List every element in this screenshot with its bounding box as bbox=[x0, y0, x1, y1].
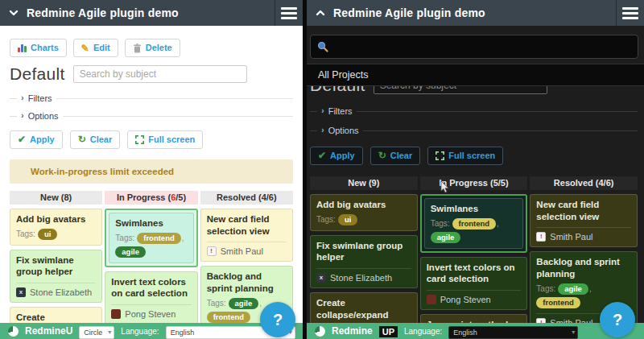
assignee-name: Smith Paul bbox=[550, 232, 592, 242]
apply-button-label: Apply bbox=[30, 134, 55, 145]
filters-toggle[interactable]: › Filters bbox=[310, 106, 638, 116]
issue-card[interactable]: Invert text colors on card selection Pon… bbox=[105, 271, 197, 325]
assignee-name: Smith Paul bbox=[221, 246, 263, 256]
light-content: Charts ✎ Edit Delete Default › Filters bbox=[0, 26, 303, 339]
edit-button-label: Edit bbox=[93, 43, 110, 53]
tag-badge[interactable]: frontend bbox=[452, 218, 497, 229]
apply-button[interactable]: ✔ Apply bbox=[310, 147, 363, 165]
column-header-resolved: Resolved (4/6) bbox=[200, 191, 293, 205]
issue-card[interactable]: New card field selection view ! Smith Pa… bbox=[530, 194, 638, 247]
help-button[interactable]: ? bbox=[600, 302, 635, 337]
search-by-subject-input[interactable] bbox=[73, 65, 247, 83]
search-icon bbox=[317, 41, 328, 52]
tag-badge[interactable]: frontend bbox=[207, 312, 251, 323]
issue-card[interactable]: Add big avatars Tags: ui bbox=[10, 209, 102, 246]
avatar bbox=[111, 309, 121, 319]
avatar: x bbox=[16, 287, 26, 297]
bar-chart-icon bbox=[18, 44, 27, 52]
issue-card[interactable]: New card field selection view ! Smith Pa… bbox=[200, 209, 293, 262]
tags-label: Tags: bbox=[316, 215, 336, 224]
column-header-new: New (9) bbox=[310, 176, 418, 190]
language-label: Language: bbox=[121, 326, 159, 337]
avatar: x bbox=[316, 273, 326, 283]
tag-badge[interactable]: agile bbox=[431, 232, 461, 243]
tag-badge[interactable]: frontend bbox=[536, 297, 580, 308]
footer-brand-badge: UP bbox=[379, 326, 398, 337]
apply-button[interactable]: ✔ Apply bbox=[10, 130, 63, 149]
column-in-progress: In Progress (6/5) Swimlanes Tags: fronte… bbox=[105, 191, 197, 339]
chevron-up-icon[interactable] bbox=[315, 7, 326, 19]
issue-card[interactable]: Fix swimlane group helper x Stone Elizab… bbox=[310, 235, 418, 288]
column-new: New (9) Add big avatars Tags: ui Fix swi… bbox=[310, 176, 418, 339]
column-header-new: New (8) bbox=[10, 191, 102, 205]
tags-label: Tags: bbox=[431, 219, 450, 228]
issue-card[interactable]: Swimlanes Tags: frontend agile bbox=[109, 213, 193, 263]
tag-badge[interactable]: agile bbox=[115, 246, 146, 258]
fullscreen-button[interactable]: Full screen bbox=[427, 147, 503, 165]
dark-theme-panel: Redmine Agile plugin demo All Projects D… bbox=[307, 0, 644, 339]
language-select[interactable]: English bbox=[448, 326, 578, 339]
drag-highlight: Swimlanes Tags: frontend agile bbox=[420, 194, 528, 253]
kanban-board: New (9) Add big avatars Tags: ui Fix swi… bbox=[310, 176, 638, 339]
footer: Redmine UP Language: English bbox=[307, 323, 644, 339]
filters-label: Filters bbox=[328, 106, 353, 116]
column-header-in-progress: In Progress (5/5) bbox=[420, 176, 528, 190]
refresh-icon: ↻ bbox=[378, 151, 386, 160]
clear-button[interactable]: ↻ Clear bbox=[370, 147, 421, 165]
clear-button[interactable]: ↻ Clear bbox=[70, 130, 121, 149]
filters-label: Filters bbox=[28, 93, 52, 103]
fullscreen-icon bbox=[436, 151, 444, 160]
pencil-icon: ✎ bbox=[81, 44, 89, 52]
charts-button-label: Charts bbox=[31, 43, 59, 53]
footer-brand: Redmine bbox=[332, 326, 373, 337]
assignee-name: Pong Steven bbox=[125, 309, 175, 319]
issue-card[interactable]: Invert text colors on card selection Pon… bbox=[420, 257, 528, 310]
options-label: Options bbox=[28, 111, 59, 121]
quick-search-input[interactable] bbox=[310, 35, 638, 59]
delete-button[interactable]: Delete bbox=[125, 39, 180, 57]
redmineup-logo-icon bbox=[8, 326, 19, 337]
tag-badge[interactable]: frontend bbox=[137, 233, 181, 244]
hamburger-menu-icon[interactable] bbox=[275, 0, 303, 26]
refresh-icon: ↻ bbox=[78, 135, 86, 144]
issue-card[interactable]: Swimlanes Tags: frontend agile bbox=[424, 198, 524, 249]
edit-button[interactable]: ✎ Edit bbox=[73, 39, 118, 57]
charts-button[interactable]: Charts bbox=[10, 39, 67, 57]
tag-badge[interactable]: ui bbox=[38, 229, 57, 240]
clear-button-label: Clear bbox=[390, 151, 413, 161]
tags-label: Tags: bbox=[536, 284, 555, 293]
light-theme-panel: Redmine Agile plugin demo Charts ✎ Edit … bbox=[0, 0, 303, 339]
tag-badge[interactable]: agile bbox=[229, 298, 259, 309]
issue-card[interactable]: Fix swimlane group helper x Stone Elizab… bbox=[10, 250, 102, 303]
theme-select[interactable]: Circle bbox=[79, 326, 114, 339]
filters-toggle[interactable]: › Filters bbox=[10, 93, 293, 103]
tags-label: Tags: bbox=[16, 229, 35, 238]
column-in-progress: In Progress (5/5) Swimlanes Tags: fronte… bbox=[420, 176, 528, 339]
board-actions-row: ✔ Apply ↻ Clear Full screen bbox=[310, 147, 638, 165]
delete-button-label: Delete bbox=[146, 43, 172, 53]
chevron-down-icon[interactable] bbox=[8, 7, 19, 19]
board-actions-row: ✔ Apply ↻ Clear Full screen bbox=[10, 130, 293, 149]
fullscreen-button-label: Full screen bbox=[448, 151, 495, 161]
tag-badge[interactable]: ui bbox=[338, 214, 357, 225]
footer: RedmineU Circle Language: English bbox=[0, 323, 303, 339]
board-title-row: Default bbox=[10, 64, 293, 84]
fullscreen-button[interactable]: Full screen bbox=[127, 130, 203, 149]
fullscreen-button-label: Full screen bbox=[148, 134, 195, 145]
trash-icon bbox=[133, 43, 142, 53]
apply-button-label: Apply bbox=[330, 151, 355, 161]
options-toggle[interactable]: › Options bbox=[310, 126, 638, 135]
options-toggle[interactable]: › Options bbox=[10, 111, 293, 121]
issue-card[interactable]: Add big avatars Tags: ui bbox=[310, 194, 418, 231]
hamburger-menu-icon[interactable] bbox=[617, 0, 644, 26]
all-projects-menu-item[interactable]: All Projects bbox=[307, 64, 644, 86]
help-button[interactable]: ? bbox=[260, 302, 295, 337]
clear-button-label: Clear bbox=[90, 134, 113, 145]
drag-highlight: Swimlanes Tags: frontend agile bbox=[105, 209, 197, 267]
chevron-right-icon: › bbox=[21, 110, 24, 120]
tag-badge[interactable]: agile bbox=[558, 283, 588, 295]
tags-label: Tags: bbox=[115, 234, 134, 242]
page-title: Redmine Agile plugin demo bbox=[27, 6, 179, 19]
column-new: New (8) Add big avatars Tags: ui Fix swi… bbox=[10, 191, 102, 339]
avatar: ! bbox=[536, 232, 546, 242]
